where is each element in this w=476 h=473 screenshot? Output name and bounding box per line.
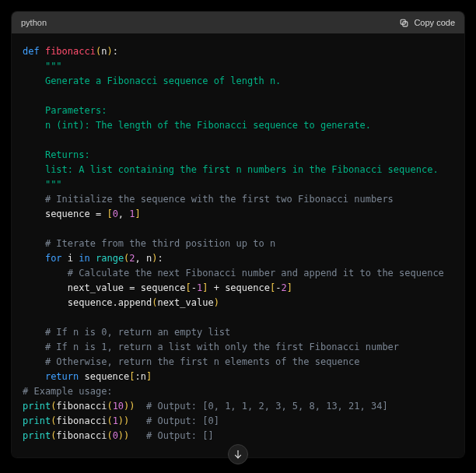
code-token: sequence — [85, 371, 130, 382]
code-line: Returns: — [23, 148, 453, 163]
code-token: # Output: [] — [146, 430, 214, 441]
code-token: )) — [118, 430, 129, 441]
code-token: , — [118, 208, 129, 219]
code-line: sequence = [0, 1] — [23, 207, 453, 222]
code-token: Parameters: — [45, 105, 107, 116]
code-line: list: A list containing the first n numb… — [23, 163, 453, 177]
code-line: sequence.append(next_value) — [23, 296, 453, 310]
code-line: Parameters: — [23, 103, 453, 118]
code-token — [129, 415, 146, 426]
code-token: )) — [124, 401, 135, 412]
code-token: , n — [135, 253, 152, 264]
code-body[interactable]: def fibonacci(n): """ Generate a Fibonac… — [12, 33, 464, 457]
code-token: ] — [146, 371, 152, 382]
code-token: ] — [135, 208, 141, 219]
code-token: - — [191, 282, 197, 293]
code-token: )) — [118, 415, 129, 426]
code-token: 1 — [113, 415, 118, 426]
code-token: print — [23, 415, 51, 426]
code-token: # Iterate from the third position up to … — [45, 238, 275, 249]
code-token: # If n is 0, return an empty list — [45, 327, 230, 338]
code-line: # Otherwise, return the first n elements… — [23, 355, 453, 370]
code-token: 2 — [129, 253, 135, 264]
code-token: print — [23, 430, 51, 441]
code-token: + sequence — [208, 282, 269, 293]
code-line: """ — [23, 59, 453, 74]
code-token: sequence = — [45, 208, 107, 219]
code-token: 10 — [113, 401, 124, 412]
code-line: # Calculate the next Fibonacci number an… — [23, 266, 453, 281]
code-line: print(fibonacci(1)) # Output: [0] — [23, 414, 453, 429]
code-line: # Example usage: — [23, 384, 453, 399]
code-token: """ — [45, 179, 62, 190]
code-token: 2 — [281, 282, 286, 293]
code-token: return — [45, 371, 79, 382]
code-token: [ — [186, 282, 191, 293]
code-token: ) — [107, 46, 112, 57]
code-token: 0 — [113, 430, 118, 441]
code-token — [129, 430, 146, 441]
code-line: # If n is 1, return a list with only the… — [23, 340, 453, 355]
code-token: range — [96, 253, 124, 264]
code-line: # Iterate from the third position up to … — [23, 236, 453, 251]
code-token: :n — [135, 371, 146, 382]
code-token: i — [68, 253, 73, 264]
copy-code-label: Copy code — [414, 18, 455, 27]
code-token: fibonacci — [56, 401, 107, 412]
code-token: Generate a Fibonacci sequence of length … — [45, 75, 281, 86]
code-line: print(fibonacci(0)) # Output: [] — [23, 429, 453, 443]
code-token: next_value — [157, 297, 213, 308]
code-token — [90, 253, 96, 264]
code-line: # If n is 0, return an empty list — [23, 325, 453, 340]
code-token: in — [79, 253, 89, 264]
code-line: print(fibonacci(10)) # Output: [0, 1, 1,… — [23, 399, 453, 414]
code-token: print — [23, 401, 51, 412]
code-line: """ — [23, 177, 453, 192]
code-line: Generate a Fibonacci sequence of length … — [23, 74, 453, 89]
code-token: Returns: — [45, 149, 90, 160]
code-token: for — [45, 253, 62, 264]
code-language-label: python — [21, 18, 47, 27]
code-token: # Calculate the next Fibonacci number an… — [68, 268, 444, 279]
code-line: return sequence[:n] — [23, 370, 453, 384]
code-token: # Output: [0] — [146, 415, 219, 426]
code-block-frame: python Copy code def fibonacci(n): """ G… — [0, 0, 476, 472]
code-line: for i in range(2, n): — [23, 251, 453, 266]
code-token: # If n is 1, return a list with only the… — [45, 342, 399, 352]
code-token: ] — [287, 282, 292, 293]
code-line: # Initialize the sequence with the first… — [23, 192, 453, 207]
code-token: ) — [152, 253, 157, 264]
code-line: n (int): The length of the Fibonacci seq… — [23, 118, 453, 133]
code-token — [40, 46, 45, 57]
code-block: python Copy code def fibonacci(n): """ G… — [11, 11, 465, 458]
code-token: sequence.append — [68, 297, 152, 308]
arrow-down-icon — [233, 449, 243, 460]
code-token: # Otherwise, return the first n elements… — [45, 356, 360, 367]
code-token: : — [113, 46, 118, 57]
code-token: """ — [45, 61, 62, 72]
code-token: list: A list containing the first n numb… — [45, 164, 439, 175]
code-token: 0 — [113, 208, 118, 219]
copy-icon — [399, 18, 409, 28]
code-token: ( — [107, 430, 112, 441]
scroll-to-bottom-button[interactable] — [228, 444, 248, 464]
code-token: next_value = sequence — [68, 282, 186, 293]
code-line: next_value = sequence[-1] + sequence[-2] — [23, 281, 453, 296]
code-header: python Copy code — [12, 12, 464, 33]
code-line — [23, 222, 453, 236]
code-token: fibonacci — [45, 46, 96, 57]
code-token: def — [23, 46, 40, 57]
code-token: [ — [107, 208, 112, 219]
code-token — [135, 401, 146, 412]
code-token: n (int): The length of the Fibonacci seq… — [45, 120, 371, 131]
code-token — [62, 253, 68, 264]
code-line — [23, 89, 453, 103]
code-token: 1 — [129, 208, 135, 219]
code-token: fibonacci — [56, 430, 107, 441]
code-line: def fibonacci(n): — [23, 44, 453, 59]
code-line — [23, 310, 453, 325]
copy-code-button[interactable]: Copy code — [399, 18, 455, 28]
code-token: ( — [107, 401, 112, 412]
code-token — [79, 371, 84, 382]
code-token: # Initialize the sequence with the first… — [45, 194, 394, 205]
